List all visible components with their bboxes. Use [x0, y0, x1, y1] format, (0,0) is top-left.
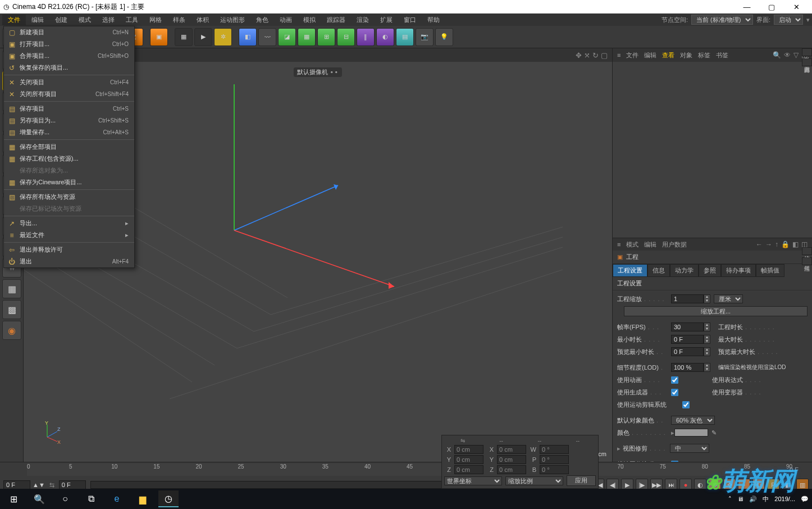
- close-button[interactable]: ✕: [784, 3, 809, 11]
- file-menu-item[interactable]: ≡最近文件▸: [4, 229, 134, 241]
- coord-y-pos[interactable]: [454, 455, 483, 464]
- object-manager-tree[interactable]: [613, 62, 812, 238]
- add-spline-button[interactable]: 〰: [258, 28, 276, 46]
- menu-animate[interactable]: 动画: [274, 15, 298, 25]
- sidetab-browser[interactable]: 内容浏览器: [802, 58, 812, 66]
- maximize-button[interactable]: ▢: [759, 3, 784, 11]
- tab-todo[interactable]: 待办事项: [721, 264, 756, 277]
- objmgr-tab-edit[interactable]: 编辑: [644, 51, 656, 60]
- prop-scale-input[interactable]: [671, 294, 704, 303]
- tray-ime-icon[interactable]: 中: [763, 495, 769, 503]
- tab-interpolation[interactable]: 帧插值: [756, 264, 784, 277]
- viewport-move-icon[interactable]: ✥: [576, 51, 582, 60]
- locked-workplane-button[interactable]: ▩: [2, 300, 21, 319]
- search-icon[interactable]: 🔍: [773, 51, 781, 59]
- tab-info[interactable]: 信息: [647, 264, 670, 277]
- sidetab-struct[interactable]: 结构: [802, 247, 812, 255]
- start-button[interactable]: ⊞: [3, 490, 24, 507]
- coord-system-select[interactable]: 世界坐标: [444, 476, 502, 485]
- file-menu-item[interactable]: ▤另存项目为...Ctrl+Shift+S: [4, 115, 134, 126]
- file-menu-item[interactable]: ▦保存工程(包含资源)...: [4, 153, 134, 165]
- coord-x-pos[interactable]: [454, 445, 483, 454]
- file-menu-item[interactable]: ▤保存项目Ctrl+S: [4, 103, 134, 115]
- prop-scale-spinner[interactable]: ▲▼: [704, 294, 710, 303]
- add-array-button[interactable]: ⊞: [317, 28, 335, 46]
- objmgr-tab-tags[interactable]: 标签: [698, 51, 710, 60]
- prop-lod-spinner[interactable]: ▲▼: [704, 363, 710, 372]
- sidetab-attr[interactable]: 属性: [802, 257, 812, 265]
- menu-window[interactable]: 窗口: [398, 15, 422, 25]
- prop-viewclip-select[interactable]: 中: [670, 444, 709, 453]
- render-view-button[interactable]: ▦: [175, 28, 193, 46]
- file-menu-item[interactable]: ✕关闭项目Ctrl+F4: [4, 76, 134, 88]
- filter-icon[interactable]: ▽: [793, 51, 799, 59]
- menu-create[interactable]: 创建: [49, 15, 73, 25]
- prop-lod-input[interactable]: [671, 363, 704, 372]
- tab-referencing[interactable]: 参照: [699, 264, 721, 277]
- render-settings-button[interactable]: ✲: [214, 28, 232, 46]
- coord-p-rot[interactable]: [540, 455, 569, 464]
- menu-spline[interactable]: 样条: [167, 15, 191, 25]
- file-menu-item[interactable]: ▢新建项目Ctrl+N: [4, 26, 134, 38]
- nodespace-select[interactable]: 当前 (标准/物理): [691, 15, 753, 25]
- search-button[interactable]: 🔍: [29, 490, 49, 507]
- render-picture-button[interactable]: ▶: [194, 28, 212, 46]
- coord-b-rot[interactable]: [540, 465, 569, 474]
- prop-mintime-input[interactable]: [671, 335, 704, 344]
- objmgr-tab-bookmarks[interactable]: 书签: [716, 51, 728, 60]
- prop-usemotion-checkbox[interactable]: [682, 401, 690, 408]
- tray-volume-icon[interactable]: 🔊: [749, 496, 757, 503]
- nav-back-icon[interactable]: ←: [756, 240, 763, 248]
- file-menu-item[interactable]: ▦保存为Cineware项目...: [4, 176, 134, 188]
- viewclip-expand-icon[interactable]: ▸: [617, 445, 621, 452]
- workplane-snap-button[interactable]: ▦: [2, 279, 21, 298]
- coord-w-rot[interactable]: [540, 445, 569, 454]
- menu-tracker[interactable]: 跟踪器: [321, 15, 351, 25]
- add-light-button[interactable]: 💡: [435, 28, 453, 46]
- taskview-button[interactable]: ⧉: [81, 490, 101, 507]
- objmgr-tab-view[interactable]: 查看: [662, 51, 674, 60]
- menu-select[interactable]: 选择: [97, 15, 120, 25]
- prop-prevmin-spinner[interactable]: ▲▼: [704, 347, 710, 356]
- menu-mograph[interactable]: 运动图形: [215, 15, 250, 25]
- edge-button[interactable]: e: [107, 490, 127, 507]
- coord-z-size[interactable]: [497, 465, 526, 474]
- prop-fps-spinner[interactable]: ▲▼: [704, 322, 710, 331]
- tab-project-settings[interactable]: 工程设置: [613, 264, 647, 277]
- scale-project-button[interactable]: 缩放工程...: [624, 306, 808, 316]
- nav-fwd-icon[interactable]: →: [765, 240, 772, 248]
- nav-up-icon[interactable]: ↑: [775, 240, 778, 248]
- cube-primitive-button[interactable]: ▣: [150, 28, 168, 46]
- explorer-button[interactable]: ▆: [133, 490, 153, 507]
- range-lock-icon[interactable]: ⇆: [49, 481, 54, 489]
- menu-simulate[interactable]: 模拟: [298, 15, 321, 25]
- objmgr-menu-icon[interactable]: ≡: [617, 52, 621, 58]
- coord-y-size[interactable]: [497, 455, 526, 464]
- layout-select[interactable]: 启动: [774, 15, 803, 25]
- menu-mode[interactable]: 模式: [73, 15, 97, 25]
- file-menu-item[interactable]: ▣打开项目...Ctrl+O: [4, 38, 134, 50]
- objmgr-tab-object[interactable]: 对象: [680, 51, 692, 60]
- color-picker-icon[interactable]: ✎: [711, 429, 717, 437]
- file-menu-item[interactable]: ↺恢复保存的项目...: [4, 62, 134, 74]
- objmgr-tab-file[interactable]: 文件: [626, 51, 638, 60]
- prop-scale-unit[interactable]: 厘米: [714, 294, 743, 303]
- timeline-scrollbar[interactable]: [90, 481, 486, 489]
- add-cube-button[interactable]: ◧: [239, 28, 257, 46]
- planar-workplane-button[interactable]: ◉: [2, 321, 21, 340]
- menu-extensions[interactable]: 扩展: [375, 15, 398, 25]
- menu-help[interactable]: 帮助: [422, 15, 445, 25]
- file-menu-item[interactable]: ⏻退出Alt+F4: [4, 256, 134, 267]
- menu-file[interactable]: 文件: [2, 15, 26, 25]
- menu-edit[interactable]: 编辑: [26, 15, 49, 25]
- sidetab-object[interactable]: 对象: [802, 48, 812, 56]
- add-camera-button[interactable]: 📷: [416, 28, 434, 46]
- attrmgr-mode[interactable]: 模式: [626, 240, 638, 249]
- add-subdiv-button[interactable]: ▦: [298, 28, 316, 46]
- add-deformer-button[interactable]: ‖: [357, 28, 375, 46]
- add-instance-button[interactable]: ⊟: [337, 28, 355, 46]
- add-environment-button[interactable]: ▤: [396, 28, 414, 46]
- prop-prevmin-input[interactable]: [671, 347, 704, 356]
- prop-fps-input[interactable]: [671, 322, 704, 331]
- file-menu-item[interactable]: ⇦退出并释放许可: [4, 244, 134, 256]
